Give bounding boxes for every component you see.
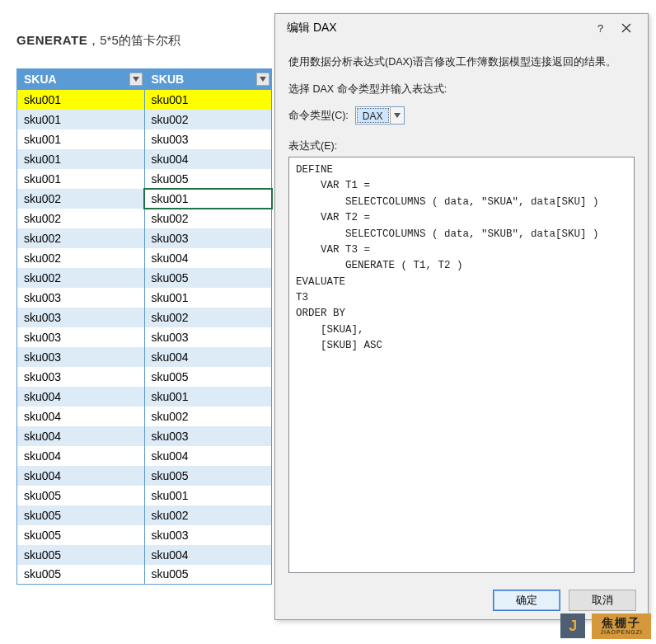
table-row: sku004sku004 xyxy=(17,446,272,466)
table-cell[interactable]: sku002 xyxy=(144,505,272,525)
table-cell[interactable]: sku005 xyxy=(144,466,272,486)
table-body: sku001sku001sku001sku002sku001sku003sku0… xyxy=(17,90,272,585)
table-cell[interactable]: sku004 xyxy=(144,248,272,268)
table-cell[interactable]: sku004 xyxy=(144,149,272,169)
table-row: sku002sku005 xyxy=(17,268,272,288)
table-cell[interactable]: sku004 xyxy=(144,446,272,466)
table-cell[interactable]: sku003 xyxy=(17,327,145,347)
table-cell[interactable]: sku005 xyxy=(17,486,145,505)
title-bold: GENERATE xyxy=(16,33,87,47)
table-row: sku001sku005 xyxy=(17,169,272,189)
table-row: sku003sku001 xyxy=(17,288,272,308)
table-cell[interactable]: sku001 xyxy=(144,90,272,110)
table-cell[interactable]: sku003 xyxy=(17,367,145,387)
table-cell[interactable]: sku002 xyxy=(17,189,145,209)
cmd-type-select[interactable]: DAX xyxy=(355,106,405,125)
table-row: sku002sku004 xyxy=(17,248,272,268)
table-cell[interactable]: sku003 xyxy=(17,288,145,308)
table-cell[interactable]: sku001 xyxy=(17,110,145,129)
table-cell[interactable]: sku001 xyxy=(144,387,272,407)
close-icon[interactable] xyxy=(613,18,640,38)
table-cell[interactable]: sku004 xyxy=(17,387,145,407)
table-cell[interactable]: sku005 xyxy=(144,268,272,288)
table-cell[interactable]: sku005 xyxy=(144,367,272,387)
table-cell[interactable]: sku004 xyxy=(144,347,272,367)
table-cell[interactable]: sku003 xyxy=(17,347,145,367)
col-header-skub-label: SKUB xyxy=(152,73,185,86)
table-cell[interactable]: sku002 xyxy=(17,209,145,228)
table-cell[interactable]: sku004 xyxy=(17,426,145,446)
chevron-down-icon[interactable] xyxy=(390,107,404,124)
col-header-skua[interactable]: SKUA xyxy=(17,69,145,90)
watermark-small: JIAOPENGZI xyxy=(600,629,643,636)
table-row: sku004sku003 xyxy=(17,426,272,446)
expression-label: 表达式(E): xyxy=(288,139,635,153)
watermark-logo: J xyxy=(560,613,585,638)
table-cell[interactable]: sku001 xyxy=(17,149,145,169)
table-cell[interactable]: sku004 xyxy=(144,545,272,565)
table-cell[interactable]: sku004 xyxy=(17,466,145,486)
table-row: sku004sku002 xyxy=(17,407,272,426)
table-row: sku004sku005 xyxy=(17,466,272,486)
table-cell[interactable]: sku004 xyxy=(17,446,145,466)
table-cell[interactable]: sku001 xyxy=(144,486,272,505)
table-row: sku005sku003 xyxy=(17,525,272,545)
table-cell[interactable]: sku001 xyxy=(17,90,145,110)
table-cell[interactable]: sku005 xyxy=(17,565,145,585)
table-cell[interactable]: sku003 xyxy=(17,308,145,327)
dialog-body: 使用数据分析表达式(DAX)语言修改工作簿数据模型连接返回的结果。 选择 DAX… xyxy=(275,42,648,581)
table-cell[interactable]: sku005 xyxy=(17,545,145,565)
table-cell[interactable]: sku002 xyxy=(144,407,272,426)
table-cell[interactable]: sku002 xyxy=(144,209,272,228)
dialog-select-label: 选择 DAX 命令类型并输入表达式: xyxy=(288,82,635,96)
table-cell[interactable]: sku002 xyxy=(144,308,272,327)
watermark-text: 焦棚子 JIAOPENGZI xyxy=(592,613,651,639)
table-cell[interactable]: sku005 xyxy=(17,525,145,545)
table-cell[interactable]: sku003 xyxy=(144,228,272,248)
table-cell[interactable]: sku004 xyxy=(17,407,145,426)
table-cell[interactable]: sku001 xyxy=(17,169,145,189)
watermark: J 焦棚子 JIAOPENGZI xyxy=(560,613,651,639)
table-row: sku005sku001 xyxy=(17,486,272,505)
table-row: sku002sku003 xyxy=(17,228,272,248)
table-row: sku002sku002 xyxy=(17,209,272,228)
table-row: sku005sku004 xyxy=(17,545,272,565)
table-cell[interactable]: sku005 xyxy=(17,505,145,525)
table-row: sku001sku003 xyxy=(17,129,272,149)
cancel-button[interactable]: 取消 xyxy=(569,590,636,611)
watermark-big: 焦棚子 xyxy=(600,617,643,629)
table-cell[interactable]: sku002 xyxy=(17,248,145,268)
cmd-type-row: 命令类型(C): DAX xyxy=(288,106,635,125)
dialog-intro: 使用数据分析表达式(DAX)语言修改工作簿数据模型连接返回的结果。 xyxy=(288,55,635,69)
help-icon[interactable]: ? xyxy=(587,18,613,38)
edit-dax-dialog: 编辑 DAX ? 使用数据分析表达式(DAX)语言修改工作簿数据模型连接返回的结… xyxy=(274,13,649,620)
table-cell[interactable]: sku002 xyxy=(144,110,272,129)
table-cell[interactable]: sku005 xyxy=(144,565,272,585)
table-row: sku002sku001 xyxy=(17,189,272,209)
chevron-down-icon[interactable] xyxy=(129,73,143,86)
table-cell[interactable]: sku001 xyxy=(144,288,272,308)
table-row: sku003sku003 xyxy=(17,327,272,347)
table-cell[interactable]: sku002 xyxy=(17,268,145,288)
table-row: sku001sku001 xyxy=(17,90,272,110)
dialog-title: 编辑 DAX xyxy=(287,21,587,35)
ok-button[interactable]: 确定 xyxy=(493,590,560,611)
table-row: sku005sku002 xyxy=(17,505,272,525)
expression-textarea[interactable]: DEFINE VAR T1 = SELECTCOLUMNS ( data, "S… xyxy=(288,157,635,573)
table-cell[interactable]: sku001 xyxy=(144,189,272,209)
col-header-skub[interactable]: SKUB xyxy=(144,69,272,90)
table-row: sku003sku002 xyxy=(17,308,272,327)
col-header-skua-label: SKUA xyxy=(24,73,57,86)
table-row: sku003sku004 xyxy=(17,347,272,367)
table-cell[interactable]: sku005 xyxy=(144,169,272,189)
table-cell[interactable]: sku003 xyxy=(144,129,272,149)
table-cell[interactable]: sku002 xyxy=(17,228,145,248)
table-cell[interactable]: sku003 xyxy=(144,426,272,446)
table-cell[interactable]: sku001 xyxy=(17,129,145,149)
table-cell[interactable]: sku003 xyxy=(144,327,272,347)
table-cell[interactable]: sku003 xyxy=(144,525,272,545)
table-row: sku001sku004 xyxy=(17,149,272,169)
table-row: sku001sku002 xyxy=(17,110,272,129)
chevron-down-icon[interactable] xyxy=(256,73,269,86)
dialog-titlebar: 编辑 DAX ? xyxy=(275,14,648,42)
